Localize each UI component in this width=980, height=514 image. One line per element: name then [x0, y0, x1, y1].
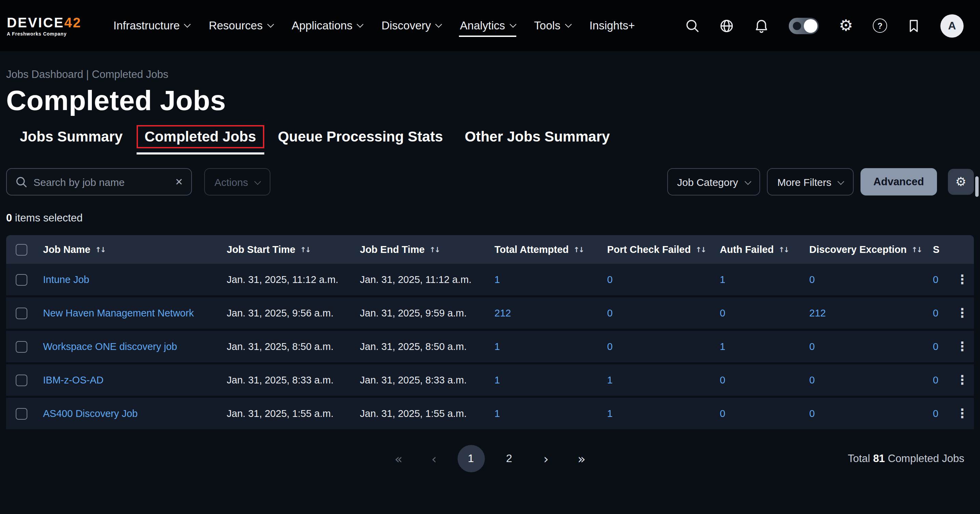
- column-header-s-truncated[interactable]: S: [926, 244, 951, 255]
- port-check-failed-value[interactable]: 0: [607, 274, 612, 285]
- navbar-icon-group: ⚙ ? A: [685, 14, 964, 37]
- actions-dropdown[interactable]: Actions: [204, 168, 270, 195]
- auth-failed-value[interactable]: 0: [720, 308, 725, 319]
- chevron-down-icon: [185, 21, 191, 27]
- table-row: New Haven Management Network Jan. 31, 20…: [6, 297, 974, 331]
- nav-item-analytics[interactable]: Analytics: [460, 0, 515, 51]
- column-header-auth-failed[interactable]: Auth Failed↑↓: [713, 244, 802, 255]
- nav-item-applications[interactable]: Applications: [292, 0, 362, 51]
- s-column-value[interactable]: 0: [933, 308, 938, 319]
- brand-tagline: A Freshworks Company: [7, 31, 89, 36]
- first-page-button[interactable]: «: [386, 445, 411, 472]
- scrollbar-thumb[interactable]: [975, 176, 978, 197]
- chevron-down-icon: [357, 21, 363, 27]
- auth-failed-value[interactable]: 0: [720, 408, 725, 419]
- discovery-exception-value[interactable]: 0: [809, 375, 815, 385]
- device42-logo[interactable]: DEVICE42 A Freshworks Company: [7, 15, 89, 36]
- help-icon[interactable]: ?: [873, 18, 887, 33]
- nav-item-infrastructure[interactable]: Infrastructure: [113, 0, 189, 51]
- search-box[interactable]: ✕: [6, 168, 192, 195]
- port-check-failed-value[interactable]: 1: [607, 375, 612, 385]
- page-button-1[interactable]: 1: [457, 445, 485, 472]
- row-menu-icon[interactable]: ⋮: [956, 407, 968, 420]
- nav-item-tools[interactable]: Tools: [534, 0, 570, 51]
- column-header-job-end-time[interactable]: Job End Time↑↓: [353, 244, 488, 255]
- notifications-bell-icon[interactable]: [754, 18, 769, 33]
- total-attempted-value[interactable]: 1: [495, 341, 500, 352]
- row-checkbox-cell: [6, 408, 36, 419]
- total-attempted-value[interactable]: 1: [495, 274, 500, 285]
- column-header-job-start-time[interactable]: Job Start Time↑↓: [220, 244, 353, 255]
- row-checkbox[interactable]: [15, 374, 27, 386]
- job-start-time: Jan. 31, 2025, 8:50 a.m.: [220, 341, 353, 352]
- discovery-exception-value[interactable]: 0: [809, 274, 815, 285]
- tab-queue-processing-stats[interactable]: Queue Processing Stats: [270, 125, 451, 155]
- s-column-value[interactable]: 0: [933, 341, 938, 352]
- s-column-value[interactable]: 0: [933, 274, 938, 285]
- discovery-exception-value[interactable]: 0: [809, 408, 815, 419]
- user-avatar[interactable]: A: [940, 14, 964, 37]
- job-name-link[interactable]: Intune Job: [43, 274, 89, 285]
- page-button-2[interactable]: 2: [495, 445, 523, 472]
- more-filters-dropdown[interactable]: More Filters: [767, 168, 853, 195]
- brand-text: DEVICE42: [7, 15, 89, 30]
- total-attempted-value[interactable]: 1: [495, 375, 500, 385]
- search-icon: [15, 176, 27, 188]
- row-checkbox[interactable]: [15, 408, 27, 419]
- theme-toggle[interactable]: [789, 18, 819, 34]
- column-header-job-name[interactable]: Job Name↑↓: [36, 244, 220, 255]
- settings-gear-icon[interactable]: ⚙: [839, 18, 853, 34]
- search-icon[interactable]: [685, 18, 700, 33]
- breadcrumb[interactable]: Jobs Dashboard | Completed Jobs: [6, 69, 974, 81]
- column-header-total-attempted[interactable]: Total Attempted↑↓: [488, 244, 600, 255]
- column-header-port-check-failed[interactable]: Port Check Failed↑↓: [600, 244, 713, 255]
- row-checkbox[interactable]: [15, 274, 27, 286]
- tab-jobs-summary[interactable]: Jobs Summary: [12, 125, 131, 155]
- row-checkbox[interactable]: [15, 307, 27, 319]
- row-menu-icon[interactable]: ⋮: [956, 273, 968, 286]
- pagination: « ‹ 1 2 › »: [386, 445, 594, 472]
- next-page-button[interactable]: ›: [534, 445, 558, 472]
- completed-jobs-table: Job Name↑↓ Job Start Time↑↓ Job End Time…: [6, 235, 974, 431]
- job-name-link[interactable]: New Haven Management Network: [43, 308, 194, 319]
- job-name-link[interactable]: IBM-z-OS-AD: [43, 375, 103, 385]
- tab-completed-jobs[interactable]: Completed Jobs: [136, 125, 264, 155]
- job-name-link[interactable]: Workspace ONE discovery job: [43, 341, 177, 352]
- last-page-button[interactable]: »: [569, 445, 594, 472]
- nav-item-resources[interactable]: Resources: [208, 0, 272, 51]
- select-all-checkbox[interactable]: [15, 244, 27, 255]
- tab-other-jobs-summary[interactable]: Other Jobs Summary: [457, 125, 618, 155]
- bookmark-icon[interactable]: [907, 18, 921, 33]
- toggle-knob: [804, 19, 818, 32]
- s-column-value[interactable]: 0: [933, 375, 938, 385]
- job-category-dropdown[interactable]: Job Category: [667, 168, 760, 195]
- port-check-failed-value[interactable]: 0: [607, 308, 612, 319]
- row-menu-icon[interactable]: ⋮: [956, 307, 968, 319]
- total-attempted-value[interactable]: 212: [495, 308, 511, 319]
- prev-page-button[interactable]: ‹: [422, 445, 446, 472]
- globe-icon[interactable]: [719, 18, 735, 33]
- column-header-discovery-exception[interactable]: Discovery Exception↑↓: [802, 244, 926, 255]
- auth-failed-value[interactable]: 0: [720, 375, 725, 385]
- table-settings-button[interactable]: ⚙: [948, 169, 974, 195]
- job-end-time: Jan. 31, 2025, 9:59 a.m.: [353, 308, 488, 319]
- auth-failed-value[interactable]: 1: [720, 274, 725, 285]
- nav-item-discovery[interactable]: Discovery: [382, 0, 441, 51]
- discovery-exception-value[interactable]: 0: [809, 341, 815, 352]
- s-column-value[interactable]: 0: [933, 408, 938, 419]
- row-menu-icon[interactable]: ⋮: [956, 340, 968, 353]
- discovery-exception-value[interactable]: 212: [809, 308, 826, 319]
- auth-failed-value[interactable]: 1: [720, 341, 725, 352]
- port-check-failed-value[interactable]: 0: [607, 341, 612, 352]
- search-input[interactable]: [33, 176, 169, 188]
- clear-search-icon[interactable]: ✕: [175, 176, 183, 187]
- nav-item-insights[interactable]: Insights+: [589, 0, 635, 51]
- job-name-link[interactable]: AS400 Discovery Job: [43, 408, 138, 419]
- port-check-failed-value[interactable]: 1: [607, 408, 612, 419]
- table-header-row: Job Name↑↓ Job Start Time↑↓ Job End Time…: [6, 235, 974, 264]
- row-menu-icon[interactable]: ⋮: [956, 374, 968, 386]
- total-attempted-value[interactable]: 1: [495, 408, 500, 419]
- advanced-button[interactable]: Advanced: [861, 168, 937, 195]
- header-checkbox-cell: [6, 244, 36, 255]
- row-checkbox[interactable]: [15, 341, 27, 352]
